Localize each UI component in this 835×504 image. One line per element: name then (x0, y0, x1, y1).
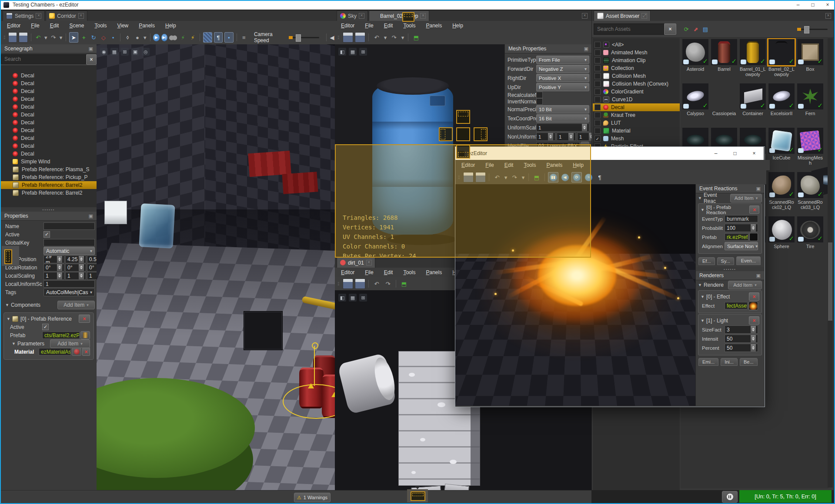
invert-normals-checkbox[interactable] (536, 98, 543, 105)
dirt-doc-tab[interactable]: dirt_01 × (337, 257, 375, 268)
close-button[interactable]: × (820, 0, 835, 10)
search-clear-icon[interactable]: × (86, 54, 97, 65)
menu-item[interactable]: File (31, 23, 39, 29)
asset-type-item[interactable]: Animation Clip (593, 56, 680, 64)
asset-type-item[interactable]: <All> (593, 41, 680, 49)
simulate-icon[interactable]: ⚡ (179, 33, 187, 42)
view-icon[interactable]: ◧ (338, 48, 346, 56)
globalkey-field[interactable] (43, 239, 95, 246)
gamepad-icon[interactable] (169, 33, 177, 42)
asset-thumbnail[interactable]: ✓ (768, 83, 795, 109)
components-collapse-icon[interactable]: ▼ (5, 303, 9, 307)
prefab-asset-picker[interactable] (80, 331, 90, 339)
scenegraph-item[interactable]: Decal (1, 150, 97, 158)
close-button[interactable]: × (745, 147, 764, 160)
toolbar-grip[interactable]: ⁞⁞ (337, 282, 341, 286)
asset-item[interactable]: ✓ Cassiopeia (710, 83, 738, 127)
panel-splitter[interactable]: •••••• (1, 207, 97, 212)
dock-tab[interactable]: Ef... (698, 257, 715, 265)
material-asset-field[interactable]: ezMaterialAsset (39, 348, 71, 355)
menu-item[interactable]: Panels (426, 23, 442, 29)
maximize-button[interactable]: □ (805, 0, 820, 10)
asset-search-input[interactable] (596, 26, 661, 33)
menu-item[interactable]: Edit (384, 23, 393, 29)
scale-tool-icon[interactable]: ◇ (99, 33, 107, 42)
asset-type-item[interactable]: LUT (593, 119, 680, 127)
up-dir-dropdown[interactable]: Positive Y (536, 83, 589, 91)
undo-dropdown-icon[interactable]: ▾ (44, 33, 47, 42)
asset-thumbnail[interactable]: ✓ (768, 216, 795, 242)
play-from-icon[interactable]: ▶| (161, 34, 167, 41)
box-gizmo-icon[interactable]: ⬨ (124, 33, 131, 42)
uniform-scaling-stepper[interactable]: 1 (536, 123, 589, 132)
dock-tab[interactable]: Ini... (721, 358, 738, 366)
scene-doc-tab[interactable]: Corridor × (46, 10, 87, 21)
remove-material-button[interactable]: × (82, 348, 90, 356)
component-collapse-icon[interactable]: ▼ (7, 317, 10, 321)
scenegraph-search-input[interactable] (3, 56, 84, 63)
toolbar-grip[interactable]: ⁞⁞ (3, 35, 7, 40)
asset-thumbnail[interactable]: ✓ (711, 39, 737, 65)
tab-close-icon[interactable]: × (366, 260, 372, 265)
asset-type-checkbox[interactable] (595, 81, 601, 87)
mesh-doc-tab[interactable]: Barrel_02_Lowp × (369, 10, 429, 21)
pause-status-button[interactable] (722, 491, 738, 503)
asset-item[interactable]: ✓ MissingMesh (796, 128, 824, 171)
asset-item[interactable]: ✓ Barrel_01_Lowpoly (739, 39, 767, 83)
expand-view-icon[interactable]: ⊞ (121, 48, 129, 56)
pilcrow-icon[interactable]: ¶ (214, 32, 223, 43)
asset-search-clear-icon[interactable]: × (664, 23, 676, 35)
prefab-asset-field[interactable]: cts/Barrel2.ezPrefab (42, 332, 80, 339)
dock-target-bottom-edge[interactable] (407, 489, 428, 502)
scenegraph-item[interactable]: Decal (1, 87, 97, 95)
refresh-assets-icon[interactable]: ⟳ (681, 24, 691, 34)
save-all-icon[interactable] (355, 279, 365, 289)
camera-view-icon[interactable]: ◉ (100, 48, 108, 56)
scenegraph-item[interactable]: Prefab Reference: Pickup_P (1, 173, 97, 181)
remove-light-button[interactable]: × (749, 316, 759, 325)
asset-type-checkbox[interactable] (595, 57, 601, 63)
asset-type-item[interactable]: Collection (593, 64, 680, 72)
menu-item[interactable]: Help (452, 23, 463, 29)
float-panel-icon[interactable]: ▣ (756, 186, 761, 192)
menu-item[interactable]: Help (165, 23, 176, 29)
panel-splitter[interactable]: •••••• (696, 267, 764, 271)
asset-thumbnail[interactable]: ✓ (682, 39, 708, 65)
asset-item[interactable]: ✓ Container (739, 83, 767, 127)
right-dir-dropdown[interactable]: Positive X (536, 74, 589, 82)
dock-tab[interactable]: Emi... (698, 358, 718, 366)
asset-list-view-icon[interactable]: ▤ (701, 24, 710, 34)
snapshot-icon[interactable]: ▣ (131, 48, 139, 56)
panel-close-icon[interactable]: × (825, 13, 831, 19)
scene-viewport[interactable]: ◉ ▦ ⊞ ▣ ◎ (97, 44, 335, 490)
export-icon[interactable]: ⬒ (411, 33, 421, 42)
nonuniform-x-stepper[interactable]: 1 (536, 133, 555, 141)
asset-thumbnail[interactable]: ✓ (768, 172, 795, 198)
dock-target-right[interactable] (474, 127, 488, 141)
redo-dropdown-icon[interactable]: ▾ (401, 33, 405, 42)
scenegraph-item[interactable]: Prefab Reference: Barrel2 (1, 189, 97, 197)
float-panel-icon[interactable]: ▣ (756, 273, 761, 279)
select-tool-icon[interactable]: ➤ (69, 32, 78, 43)
reaction-prefab-field[interactable]: rk.ezPrefab (725, 233, 748, 241)
asset-type-item[interactable]: Curve1D (593, 96, 680, 103)
asset-thumbnail[interactable]: ✓ (740, 39, 766, 65)
asset-thumbnail[interactable]: ✓ (768, 39, 795, 65)
scenegraph-item[interactable]: Prefab Reference: Plasma_S (1, 166, 97, 173)
save-icon[interactable] (343, 32, 353, 43)
toolbar-grip[interactable]: ⁞⁞ (337, 35, 341, 40)
asset-item[interactable]: ✓ ScannedRock02_LQ (768, 172, 795, 216)
asset-search[interactable] (594, 23, 664, 35)
asset-item[interactable]: ✓ IceCube (768, 128, 795, 171)
menu-item[interactable]: Tools (403, 23, 415, 29)
scenegraph-item[interactable]: Decal (1, 95, 97, 103)
asset-item[interactable]: ✓ Sphere (768, 216, 795, 260)
scenegraph-item[interactable]: Prefab Reference: Barrel2 (1, 181, 97, 189)
float-panel-icon[interactable]: ▣ (89, 213, 93, 219)
tags-dropdown[interactable]: AutoColMesh|CastShadow (43, 288, 95, 296)
remove-component-button[interactable]: × (79, 315, 90, 323)
asset-thumbnail[interactable]: ✓ (768, 128, 795, 154)
normal-precision-dropdown[interactable]: 10 Bit (536, 105, 589, 113)
asset-thumbnail[interactable]: ✓ (740, 83, 766, 109)
redo-icon[interactable]: ↷ (389, 33, 399, 42)
